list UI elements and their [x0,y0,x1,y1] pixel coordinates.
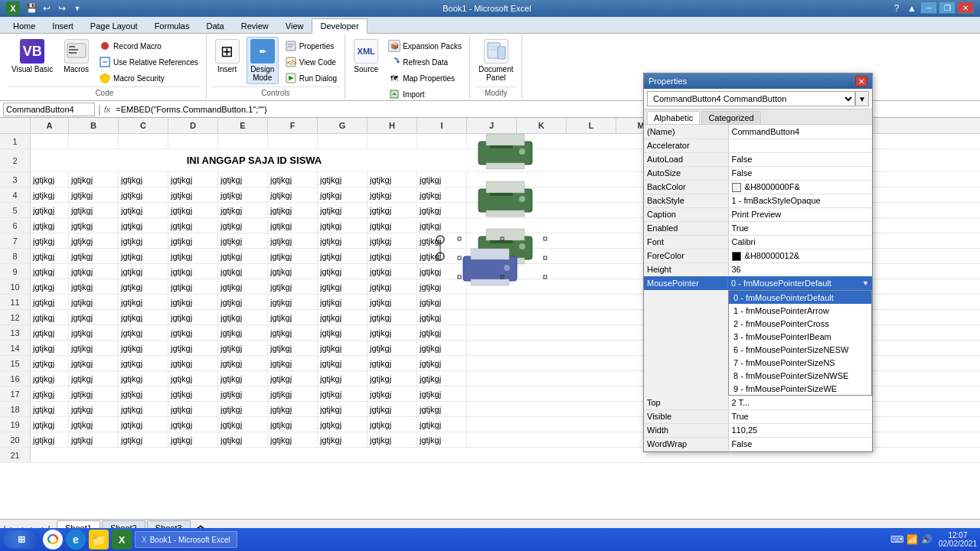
close-btn[interactable]: ✕ [957,2,974,14]
run-dialog-button[interactable]: Run Dialog [282,70,340,86]
cell[interactable]: jgtjkgj [31,203,69,217]
cell[interactable]: jgtjkgj [31,172,69,187]
cell[interactable]: jgtjkgj [318,417,368,432]
tab-view[interactable]: View [277,18,312,33]
cell[interactable]: jgtjkgj [218,218,268,233]
cell[interactable]: jgtjkgj [368,325,417,340]
record-macro-button[interactable]: Record Macro [96,38,201,54]
tab-categorized[interactable]: Categorized [701,111,760,124]
row-num[interactable]: 15 [0,356,31,370]
cell[interactable]: jgtjkgj [268,172,318,187]
cell[interactable]: jgtjkgj [417,371,467,386]
cell[interactable]: jgtjkgj [168,295,218,309]
cell[interactable]: jgtjkgj [31,386,69,401]
cell[interactable]: jgtjkgj [218,233,268,248]
tab-page-layout[interactable]: Page Layout [82,18,146,33]
row-num[interactable]: 2 [0,149,31,171]
cell[interactable]: jgtjkgj [368,386,417,401]
col-header-h[interactable]: H [368,118,417,133]
cell[interactable] [31,134,69,148]
source-button[interactable]: XML Source [350,37,382,76]
cell[interactable]: jgtjkgj [119,233,168,248]
row-num[interactable]: 16 [0,371,31,386]
cell[interactable]: jgtjkgj [268,233,318,248]
cell[interactable]: jgtjkgj [368,279,417,294]
cell[interactable]: jgtjkgj [69,371,119,386]
cell[interactable]: jgtjkgj [31,417,69,432]
row-num[interactable]: 6 [0,218,31,233]
taskbar-clock[interactable]: 12:07 02/02/2021 [939,531,977,548]
cell[interactable]: jgtjkgj [368,310,417,324]
prop-value[interactable]: True [728,221,872,235]
name-box[interactable] [3,103,95,116]
cell[interactable]: jgtjkgj [218,386,268,401]
row-num[interactable]: 18 [0,402,31,416]
cell[interactable]: jgtjkgj [69,356,119,370]
cell[interactable]: jgtjkgj [119,432,168,447]
cell[interactable] [69,134,119,148]
cell[interactable]: jgtjkgj [268,203,318,217]
cell[interactable]: jgtjkgj [318,203,368,217]
cell[interactable]: jgtjkgj [69,233,119,248]
cell[interactable]: jgtjkgj [318,432,368,447]
prop-value[interactable]: &H8000000F& [728,180,872,194]
cell[interactable]: jgtjkgj [417,386,467,401]
col-header-b[interactable]: B [69,118,119,133]
cell[interactable]: jgtjkgj [318,371,368,386]
row-num[interactable]: 8 [0,249,31,263]
row-num[interactable]: 17 [0,386,31,401]
properties-button[interactable]: Properties [282,38,340,54]
cell[interactable]: jgtjkgj [218,325,268,340]
cell[interactable]: jgtjkgj [119,417,168,432]
cell[interactable]: jgtjkgj [268,402,318,416]
cell[interactable]: jgtjkgj [119,341,168,355]
cell[interactable]: jgtjkgj [218,341,268,355]
cell[interactable]: jgtjkgj [168,172,218,187]
cell[interactable]: jgtjkgj [31,218,69,233]
cell[interactable]: jgtjkgj [119,172,168,187]
explorer-icon[interactable]: 📁 [89,530,109,549]
row-num[interactable]: 3 [0,172,31,187]
row-num[interactable]: 14 [0,341,31,355]
row-num[interactable]: 21 [0,448,31,462]
prop-value[interactable]: Calibri [728,235,872,249]
cell[interactable]: jgtjkgj [268,417,318,432]
col-header-c[interactable]: C [119,118,168,133]
cell[interactable]: jgtjkgj [119,402,168,416]
cell[interactable]: jgtjkgj [69,264,119,279]
cell[interactable]: jgtjkgj [31,295,69,309]
control-selector[interactable]: CommandButton4 CommandButton [647,91,855,106]
cell[interactable]: jgtjkgj [218,310,268,324]
cell[interactable]: jgtjkgj [218,279,268,294]
cell[interactable]: jgtjkgj [168,341,218,355]
cell[interactable]: jgtjkgj [417,417,467,432]
qa-redo[interactable]: ↪ [55,2,69,15]
row-num[interactable]: 1 [0,134,31,148]
cell[interactable]: jgtjkgj [119,295,168,309]
row-num[interactable]: 20 [0,432,31,447]
visual-basic-button[interactable]: VB Visual Basic [8,37,57,77]
cell[interactable]: jgtjkgj [318,325,368,340]
dropdown-item-5[interactable]: 7 - fmMousePointerSizeNS [729,356,871,369]
tab-review[interactable]: Review [233,18,277,33]
ie-icon[interactable]: e [66,530,86,549]
cell[interactable]: jgtjkgj [218,187,268,202]
cell[interactable]: jgtjkgj [218,371,268,386]
tab-home[interactable]: Home [5,18,44,33]
cell[interactable]: jgtjkgj [119,203,168,217]
cell[interactable]: jgtjkgj [69,386,119,401]
cell[interactable]: jgtjkgj [368,371,417,386]
cell[interactable] [268,134,318,148]
cell[interactable]: jgtjkgj [168,386,218,401]
cell[interactable]: jgtjkgj [318,386,368,401]
dropdown-item-0[interactable]: 0 - fmMousePointerDefault [729,291,871,304]
prop-value[interactable]: Print Preview [728,207,872,221]
cell[interactable]: jgtjkgj [69,279,119,294]
cell[interactable]: jgtjkgj [69,341,119,355]
mousepointer-value[interactable]: 0 - fmMousePointerDefault ▼ [728,279,872,288]
dropdown-item-7[interactable]: 9 - fmMousePointerSizeWE [729,382,871,395]
cell[interactable]: jgtjkgj [119,187,168,202]
col-header-e[interactable]: E [218,118,268,133]
cell[interactable]: jgtjkgj [31,432,69,447]
tab-formulas[interactable]: Formulas [146,18,198,33]
